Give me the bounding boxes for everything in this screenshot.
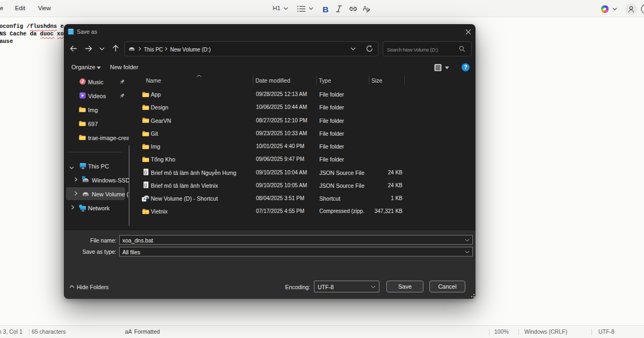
svg-text:{}: {} bbox=[144, 182, 148, 187]
svg-text:A: A bbox=[363, 5, 367, 12]
svg-text:{}: {} bbox=[144, 170, 148, 174]
